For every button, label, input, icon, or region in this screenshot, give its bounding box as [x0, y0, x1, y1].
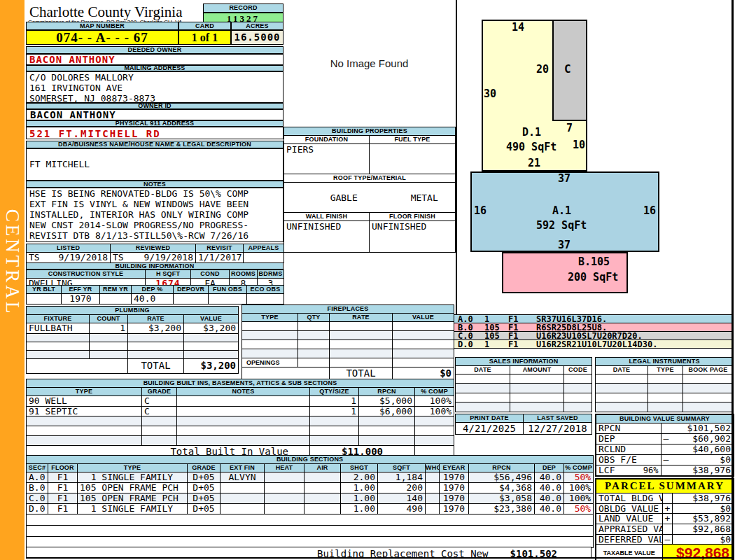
rpcn-cell: $56,496	[469, 472, 535, 483]
effyr-value: 1970	[62, 294, 100, 304]
bvs-sign: –	[664, 434, 669, 444]
section-row: D.0 F1 1 SINGLE FAMILY D+05 1.00 490 197…	[27, 504, 594, 514]
district-label: CENTRAL	[1, 209, 23, 316]
parcel-value: $38,976	[672, 493, 734, 504]
sketch-vector-list: A.0 1 F1 SR37U16L37D16. B.0 105 F1 R6SR2…	[454, 314, 733, 349]
grade-cell: C	[142, 396, 177, 407]
bvs-pct: 96%	[643, 466, 659, 475]
bvs-label: LCF96%	[596, 465, 661, 476]
empty-row	[596, 374, 734, 384]
whgt-cell	[426, 472, 440, 483]
empty-row	[456, 374, 592, 384]
district-sidebar: CENTRAL	[0, 0, 24, 560]
depovr-value	[174, 294, 209, 304]
deeded-owner-header: DEEDED OWNER	[26, 46, 284, 54]
print-date-value: 4/21/2025	[456, 423, 524, 435]
bvs-value: $60,902	[692, 434, 731, 444]
parcel-sign	[662, 524, 672, 534]
mailing-address-header: MAILING ADDRESS	[26, 65, 284, 71]
building-info-table-2: YR BLT EFF YR REM YR DEP % DEPOVR FUN OB…	[26, 285, 284, 304]
remyr-value	[100, 294, 132, 304]
parcel-label: TOTAL BLDG VALUE	[596, 493, 662, 504]
sales-info-table: SALES INFORMATION DATE AMOUNT CODE	[455, 357, 592, 412]
notes-line: HSE IS BEING RENOVATED-BLDG IS 50\% COMP	[29, 189, 283, 200]
empty-row	[27, 350, 239, 358]
notes-box: HSE IS BEING RENOVATED-BLDG IS 50\% COMP…	[26, 188, 284, 242]
col-header: EYEAR	[440, 464, 469, 472]
properties-title: BUILDING PROPERTIES	[284, 127, 456, 136]
notes-line: REVISIT DTB 8/1/13-STILL50\%-RCW 7/26/16	[29, 231, 283, 241]
plumbing-title: PLUMBING	[27, 307, 239, 315]
type-cell: 91 SEPTIC	[27, 406, 142, 416]
fireplaces-title: FIREPLACES	[242, 305, 454, 314]
col-header: DEP %	[132, 286, 174, 294]
built-in-row: 90 WELL C 1 $5,000 100%	[27, 396, 454, 407]
col-header: BOOK PAGE	[683, 366, 734, 374]
empty-row	[456, 384, 592, 393]
grade-cell: D+05	[188, 472, 220, 483]
mailing-line: C/O DOLORES MALLORY	[29, 73, 283, 83]
bvs-value-cell: $40,600	[661, 444, 734, 455]
section-row: C.0 F1 105 OPEN FRAME PCH D+05 1.00 140 …	[27, 493, 594, 504]
parcel-value: $92,868	[672, 524, 734, 534]
vector-path: U16R2SR21U10L7U20L14D30.	[536, 340, 657, 349]
col-header: FIXTURE	[27, 315, 90, 323]
bvs-value: $40,600	[692, 444, 731, 454]
rpcn-cell: $4,368	[469, 483, 535, 493]
parcel-row: APPRAISED VALUE $92,868	[596, 524, 734, 534]
col-header: QTY	[298, 314, 330, 322]
dim-label: 7	[566, 123, 573, 134]
dep-cell: 40.0	[535, 504, 564, 514]
empty-row	[27, 514, 594, 526]
replacement-cost-label: Building Replacement Cost New	[317, 548, 488, 558]
heat-cell	[265, 472, 304, 483]
parcel-value: $53,892	[672, 514, 734, 524]
parcel-sign	[662, 493, 672, 504]
rpcn-cell: $5,000	[359, 396, 415, 407]
col-header: % COMP	[564, 464, 594, 472]
col-header: AIR	[304, 464, 341, 472]
eyear-cell: 1970	[440, 493, 469, 504]
roof-material: METAL	[411, 192, 438, 203]
parcel-sign: +	[662, 514, 672, 524]
bvs-value-cell: –$60,902	[661, 434, 734, 444]
mailing-line: SOMERSET, NJ 08873-8873	[29, 94, 283, 103]
extfin-cell	[220, 493, 265, 504]
owner-id-value: BACON ANTHONY	[26, 109, 284, 120]
section-row: B.0 F1 105 OPEN FRAME PCH D+05 1.00 200 …	[27, 483, 594, 493]
review-table: LISTED REVIEWED REVISIT APPEALS TS9/19/2…	[26, 244, 284, 263]
vector-code: 105	[484, 332, 508, 340]
col-header: REM YR	[100, 286, 132, 294]
floor-cell: F1	[48, 493, 78, 504]
sqft-cell: 140	[378, 493, 426, 504]
vector-floor: F1	[508, 340, 536, 349]
col-header: COND	[191, 270, 230, 279]
dep-cell: 40.0	[535, 493, 564, 504]
dim-label: 16	[474, 206, 486, 216]
col-header: SHGT	[341, 464, 378, 472]
building-info-header: BUILDING INFORMATION	[26, 262, 284, 270]
legal-instruments-table: LEGAL INSTRUMENTS DATE TYPE BOOK PAGE	[595, 357, 734, 412]
vector-code: 1	[484, 340, 508, 349]
comp-cell: 50%	[564, 504, 594, 514]
parcel-sign: +	[662, 503, 672, 514]
col-header: VALUE	[393, 314, 454, 322]
sketch-label-c: C	[564, 64, 571, 75]
fixture-value: FULLBATH	[27, 323, 90, 334]
sketch-label-d1: D.1	[522, 127, 541, 138]
bvs-row: RCLND $40,600	[596, 444, 734, 455]
col-header: RPCN	[359, 388, 415, 396]
air-cell	[304, 493, 341, 504]
floor-cell: F1	[48, 483, 78, 493]
grade-cell: D+05	[188, 493, 220, 504]
listed-by: TS	[29, 253, 40, 262]
extfin-cell	[220, 483, 265, 493]
extfin-cell: ALVYN	[220, 472, 265, 483]
grade-cell: D+05	[188, 483, 220, 493]
floor-finish-value: UNFINISHED	[370, 220, 456, 252]
bvs-label-text: LCF	[598, 465, 615, 475]
roof-type: GABLE	[330, 193, 411, 203]
notes-line: INSTALLED, INTERIOR HAS ONLY WIRING COMP	[29, 210, 283, 220]
fireplaces-total-value: $0	[393, 368, 454, 379]
empty-row	[27, 416, 454, 426]
